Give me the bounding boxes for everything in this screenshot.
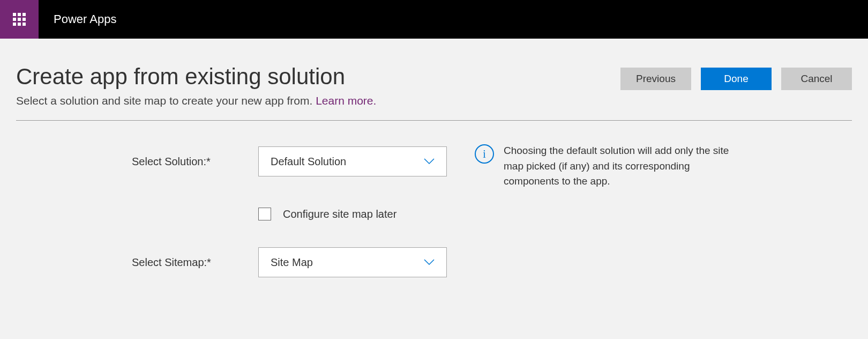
info-panel: i Choosing the default solution will add… [475, 143, 743, 189]
solution-select[interactable]: Default Solution [258, 146, 447, 176]
info-icon: i [475, 144, 494, 164]
cancel-button[interactable]: Cancel [781, 68, 852, 90]
chevron-down-icon [424, 259, 435, 266]
waffle-icon [13, 13, 26, 26]
page-subtitle: Select a solution and site map to create… [16, 94, 376, 107]
previous-button[interactable]: Previous [620, 68, 691, 90]
subtitle-text: Select a solution and site map to create… [16, 94, 316, 107]
page-content: Create app from existing solution Select… [0, 39, 868, 277]
configure-later-row: Configure site map later [258, 208, 852, 220]
form-area: Select Solution:* Default Solution i Cho… [16, 121, 852, 277]
app-launcher-button[interactable] [0, 0, 39, 39]
header-text-block: Create app from existing solution Select… [16, 64, 376, 107]
sitemap-select[interactable]: Site Map [258, 247, 447, 277]
button-group: Previous Done Cancel [620, 64, 852, 90]
page-title: Create app from existing solution [16, 64, 376, 89]
info-text: Choosing the default solution will add o… [504, 143, 743, 189]
solution-row: Select Solution:* Default Solution i Cho… [132, 146, 852, 176]
app-name: Power Apps [54, 12, 116, 26]
sitemap-selected-value: Site Map [271, 256, 313, 269]
topbar: Power Apps [0, 0, 868, 39]
solution-selected-value: Default Solution [271, 156, 346, 168]
sitemap-label: Select Sitemap:* [132, 256, 258, 269]
sitemap-row: Select Sitemap:* Site Map [132, 247, 852, 277]
configure-later-checkbox[interactable] [258, 208, 271, 220]
solution-label: Select Solution:* [132, 156, 258, 168]
done-button[interactable]: Done [701, 68, 772, 90]
chevron-down-icon [424, 158, 435, 165]
learn-more-link[interactable]: Learn more. [316, 94, 376, 107]
header-row: Create app from existing solution Select… [16, 64, 852, 107]
configure-later-label: Configure site map later [283, 208, 396, 220]
